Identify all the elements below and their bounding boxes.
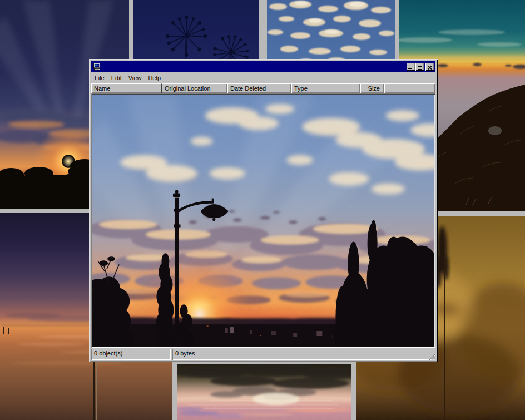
status-objects: 0 object(s) — [91, 349, 171, 360]
minimize-icon — [408, 68, 412, 69]
maximize-button[interactable] — [415, 63, 424, 71]
maximize-icon — [418, 66, 422, 70]
resize-grip-icon — [428, 353, 435, 360]
status-bar: 0 object(s) 0 bytes — [91, 348, 435, 360]
menu-help[interactable]: Help — [145, 73, 164, 82]
resize-grip[interactable] — [428, 353, 435, 360]
column-header-filler[interactable] — [384, 83, 435, 93]
window-controls — [407, 63, 434, 71]
column-header-date-deleted[interactable]: Date Deleted — [227, 83, 291, 93]
menu-file[interactable]: File — [91, 73, 108, 82]
recycle-bin-window: File Edit View Help Name Original Locati… — [89, 59, 438, 362]
close-button[interactable] — [425, 63, 434, 71]
column-header-original-location[interactable]: Original Location — [162, 83, 227, 93]
menu-edit[interactable]: Edit — [108, 73, 125, 82]
column-header-row: Name Original Location Date Deleted Type… — [91, 83, 435, 93]
wallpaper-photo-water-reflections — [177, 364, 351, 420]
minimize-button[interactable] — [407, 63, 415, 71]
computer-icon — [93, 63, 101, 71]
status-bytes: 0 bytes — [172, 349, 435, 360]
file-list-area[interactable] — [91, 93, 435, 348]
column-header-name[interactable]: Name — [91, 83, 162, 93]
column-header-size[interactable]: Size — [360, 83, 384, 93]
menu-view[interactable]: View — [125, 73, 145, 82]
close-icon — [428, 66, 432, 70]
window-titlebar[interactable] — [91, 61, 435, 72]
sunset-photo-content — [92, 95, 434, 347]
column-header-type[interactable]: Type — [291, 83, 360, 93]
menu-bar: File Edit View Help — [91, 72, 436, 83]
